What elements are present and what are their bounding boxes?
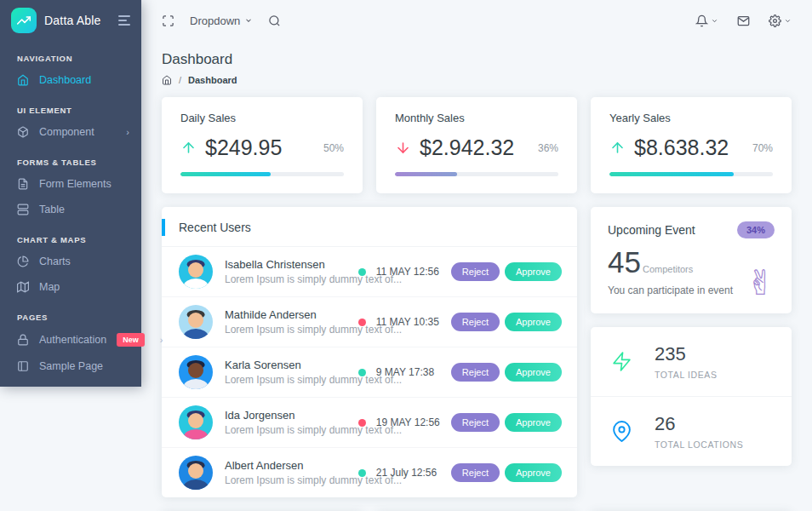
reject-button[interactable]: Reject [451, 363, 500, 382]
settings-gear-icon[interactable] [769, 14, 792, 27]
sidebar-item-dashboard[interactable]: Dashboard [0, 67, 141, 93]
user-date: 9 MAY 17:38 [376, 366, 451, 378]
user-description: Lorem Ipsum is simply dummy text of... [225, 424, 358, 436]
breadcrumb-current[interactable]: Dashboard [188, 75, 237, 85]
notifications-bell-icon[interactable] [695, 14, 718, 27]
upcoming-event-title: Upcoming Event [608, 223, 695, 237]
avatar [179, 456, 213, 490]
user-name: Isabella Christensen [225, 258, 358, 271]
total-ideas-label: TOTAL IDEAS [655, 370, 718, 380]
brand[interactable]: Datta Able [0, 0, 141, 41]
sidebar-item-form-elements[interactable]: Form Elements [0, 171, 141, 197]
search-icon[interactable] [268, 14, 281, 27]
total-locations-label: TOTAL LOCATIONS [655, 439, 743, 450]
arrow-up-icon [609, 140, 626, 156]
reject-button[interactable]: Reject [451, 313, 500, 331]
reject-button[interactable]: Reject [451, 413, 500, 432]
home-icon[interactable] [162, 75, 172, 85]
avatar [179, 255, 213, 289]
reject-button[interactable]: Reject [451, 463, 500, 482]
top-header: Dropdown [141, 0, 812, 41]
sidebar-item-sample-page[interactable]: Sample Page [0, 353, 141, 379]
monthly-sales-value: $2.942.32 [420, 135, 514, 160]
fullscreen-icon[interactable] [162, 14, 174, 27]
total-ideas-value: 235 [655, 343, 718, 365]
sidebar-item-charts[interactable]: Charts [0, 249, 141, 274]
total-ideas-section: 235 TOTAL IDEAS [591, 327, 792, 396]
user-name: Mathilde Andersen [225, 308, 358, 321]
approve-button[interactable]: Approve [505, 313, 562, 331]
avatar [179, 405, 213, 439]
zap-icon [611, 351, 632, 372]
sidebar-item-component[interactable]: Component › [0, 119, 141, 145]
sidebar-item-authentication[interactable]: Authentication New › [0, 326, 141, 353]
page-title: Dashboard [162, 51, 792, 68]
event-percent-badge: 34% [737, 221, 775, 238]
sidebar: Datta Able NAVIGATION Dashboard UI ELEME… [0, 0, 141, 387]
recent-users-card: Recent Users Isabella ChristensenLorem I… [162, 207, 577, 497]
brand-logo-icon [11, 8, 37, 33]
main-content: Dashboard / Dashboard Daily Sales $249.9… [141, 41, 812, 511]
avatar [179, 355, 213, 389]
user-row: Isabella ChristensenLorem Ipsum is simpl… [162, 247, 577, 297]
approve-button[interactable]: Approve [505, 363, 562, 382]
nav-caption-forms-tables: FORMS & TABLES [0, 145, 141, 171]
daily-sales-percent: 50% [323, 142, 344, 154]
victory-hand-icon: ✌ [746, 266, 775, 300]
user-row: Karla SorensenLorem Ipsum is simply dumm… [162, 347, 577, 398]
nav-caption-navigation: NAVIGATION [0, 41, 141, 67]
nav-caption-pages: PAGES [0, 300, 141, 326]
sidebar-toggle-icon[interactable] [118, 12, 130, 29]
user-description: Lorem Ipsum is simply dummy text of... [225, 324, 358, 336]
yearly-sales-percent: 70% [752, 142, 773, 154]
total-locations-value: 26 [655, 413, 743, 435]
reject-button[interactable]: Reject [451, 262, 500, 281]
messages-mail-icon[interactable] [737, 14, 750, 27]
breadcrumb: / Dashboard [162, 75, 792, 85]
chevron-down-icon [784, 17, 792, 25]
daily-sales-card: Daily Sales $249.95 50% [162, 97, 363, 193]
stats-row: Daily Sales $249.95 50% Monthly Sales $2… [162, 97, 792, 193]
user-row: Albert AndersenLorem Ipsum is simply dum… [162, 448, 577, 497]
recent-users-title: Recent Users [162, 207, 577, 247]
header-dropdown[interactable]: Dropdown [190, 14, 253, 27]
user-date: 21 July 12:56 [376, 467, 451, 479]
yearly-sales-card: Yearly Sales $8.638.32 70% [591, 97, 792, 193]
status-dot [358, 469, 366, 477]
status-dot [358, 419, 366, 427]
user-row: Mathilde AndersenLorem Ipsum is simply d… [162, 297, 577, 347]
chevron-right-icon: › [160, 336, 163, 345]
pie-chart-icon [17, 256, 29, 267]
layout-icon [17, 360, 29, 372]
total-locations-section: 26 TOTAL LOCATIONS [591, 396, 792, 466]
totals-card: 235 TOTAL IDEAS 26 TOTAL LOCATIONS [591, 327, 792, 466]
approve-button[interactable]: Approve [505, 413, 562, 432]
user-row: Ida JorgensenLorem Ipsum is simply dummy… [162, 398, 577, 448]
monthly-sales-percent: 36% [538, 142, 558, 154]
daily-sales-value: $249.95 [205, 135, 282, 160]
yearly-sales-progress [609, 172, 773, 176]
user-name: Albert Andersen [225, 459, 358, 472]
box-icon [17, 126, 29, 138]
recent-users-list: Isabella ChristensenLorem Ipsum is simpl… [162, 247, 577, 497]
yearly-sales-value: $8.638.32 [634, 135, 729, 160]
daily-sales-progress [180, 172, 344, 176]
sidebar-item-map[interactable]: Map [0, 274, 141, 300]
map-pin-icon [611, 421, 632, 442]
upcoming-event-card: Upcoming Event 34% 45 Competitors You ca… [591, 207, 792, 313]
status-dot [358, 369, 366, 376]
approve-button[interactable]: Approve [505, 262, 562, 281]
new-badge: New [117, 333, 145, 347]
map-icon [17, 281, 29, 293]
arrow-up-icon [180, 140, 197, 156]
approve-button[interactable]: Approve [505, 463, 562, 482]
arrow-down-icon [395, 140, 411, 156]
brand-name: Datta Able [44, 14, 101, 27]
user-description: Lorem Ipsum is simply dummy text of... [225, 474, 358, 486]
status-dot [358, 319, 366, 326]
home-icon [17, 74, 29, 86]
sidebar-item-table[interactable]: Table [0, 197, 141, 222]
competitors-label: Competitors [643, 264, 693, 274]
file-text-icon [17, 178, 29, 190]
user-date: 11 MAY 12:56 [376, 266, 451, 278]
